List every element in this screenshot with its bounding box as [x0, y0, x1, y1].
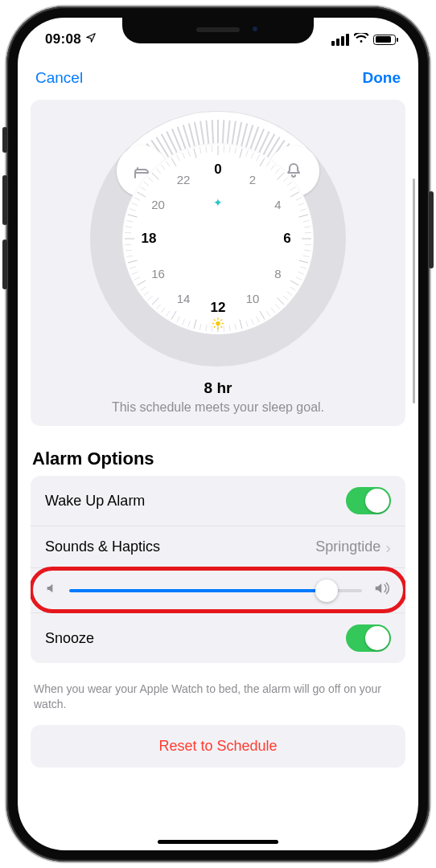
wake-up-alarm-toggle[interactable] [346, 487, 391, 514]
svg-line-65 [298, 272, 304, 274]
svg-line-44 [266, 162, 269, 167]
svg-line-110 [126, 220, 133, 222]
svg-line-81 [229, 325, 230, 331]
volume-slider[interactable] [69, 589, 362, 592]
svg-line-73 [271, 308, 275, 313]
snooze-toggle[interactable] [346, 624, 391, 652]
volume-row-wrap [31, 567, 405, 612]
nav-bar: Cancel Done [18, 56, 418, 100]
svg-line-122 [167, 162, 170, 167]
clock-hour-16: 16 [151, 267, 165, 280]
svg-line-99 [138, 280, 146, 285]
svg-line-103 [128, 260, 138, 263]
volume-row [31, 567, 405, 612]
svg-line-53 [298, 203, 304, 206]
svg-line-130 [212, 145, 212, 152]
svg-line-87 [194, 319, 196, 329]
svg-line-108 [125, 232, 131, 233]
svg-line-136 [214, 320, 215, 321]
svg-line-93 [161, 308, 165, 313]
svg-line-46 [275, 169, 279, 174]
clock-hour-4: 4 [274, 198, 281, 211]
svg-line-50 [290, 187, 296, 190]
svg-line-139 [221, 320, 222, 321]
svg-line-69 [287, 292, 292, 296]
svg-line-85 [206, 325, 207, 331]
svg-line-112 [130, 209, 136, 211]
clock-hour-6: 6 [283, 231, 290, 247]
svg-line-86 [199, 324, 201, 330]
sounds-haptics-value-text: Springtide [315, 538, 380, 555]
svg-line-113 [132, 203, 138, 206]
clock-hour-0: 0 [214, 162, 221, 178]
svg-line-61 [304, 250, 311, 251]
battery-icon [373, 35, 396, 45]
svg-line-102 [130, 267, 136, 269]
svg-line-58 [305, 232, 311, 233]
alarm-options-title: Alarm Options [32, 448, 405, 469]
svg-line-63 [298, 260, 308, 263]
cancel-button[interactable]: Cancel [35, 69, 83, 87]
svg-line-64 [300, 267, 306, 269]
duration-hint: This schedule meets your sleep goal. [42, 400, 394, 415]
sounds-haptics-value: Springtide › [315, 538, 391, 555]
svg-line-47 [278, 173, 284, 179]
svg-line-116 [141, 187, 146, 190]
svg-line-74 [266, 311, 269, 317]
svg-line-124 [177, 155, 180, 161]
svg-line-127 [194, 149, 196, 158]
svg-line-79 [240, 319, 242, 329]
alarm-options-group: Wake Up Alarm Sounds & Haptics Springtid… [31, 476, 405, 663]
status-left: 09:08 [45, 27, 97, 47]
svg-line-100 [134, 277, 140, 280]
svg-line-70 [283, 296, 288, 300]
clock-face: 0246810121416182022 ✦ [122, 143, 314, 334]
svg-line-72 [275, 304, 279, 309]
svg-line-105 [125, 250, 132, 251]
sounds-haptics-row[interactable]: Sounds & Haptics Springtide › [31, 526, 405, 567]
wake-up-alarm-label: Wake Up Alarm [45, 493, 145, 510]
svg-line-67 [290, 280, 298, 285]
footer-note: When you wear your Apple Watch to bed, t… [31, 674, 405, 725]
done-button[interactable]: Done [363, 69, 401, 87]
location-icon [85, 32, 97, 46]
sun-icon [212, 317, 224, 333]
svg-line-89 [183, 319, 185, 325]
svg-line-76 [257, 317, 260, 322]
svg-line-126 [188, 150, 191, 157]
svg-line-42 [257, 155, 260, 161]
hw-volume-up [2, 175, 7, 225]
svg-line-75 [260, 311, 265, 319]
sounds-haptics-label: Sounds & Haptics [45, 538, 160, 555]
wifi-icon [354, 33, 368, 46]
svg-line-45 [271, 165, 275, 170]
svg-line-106 [125, 244, 131, 245]
snooze-label: Snooze [45, 630, 94, 647]
home-indicator[interactable] [158, 840, 278, 844]
svg-line-77 [251, 319, 253, 325]
svg-line-125 [183, 153, 185, 158]
svg-line-137 [221, 326, 222, 327]
content-scroll[interactable]: 0246810121416182022 ✦ 8 hr This schedule… [18, 100, 418, 839]
duration-value: 8 hr [42, 379, 394, 397]
svg-line-111 [128, 215, 138, 217]
volume-thumb[interactable] [315, 579, 338, 602]
svg-line-66 [296, 277, 302, 280]
svg-line-104 [126, 256, 133, 257]
svg-line-114 [134, 198, 140, 201]
clock-hour-20: 20 [151, 198, 165, 211]
snooze-row: Snooze [31, 612, 405, 663]
svg-line-62 [303, 256, 310, 257]
svg-line-115 [138, 192, 146, 197]
svg-line-98 [141, 287, 146, 290]
svg-line-90 [177, 317, 180, 322]
svg-line-128 [199, 147, 201, 154]
clock-hour-18: 18 [142, 231, 157, 247]
status-right [331, 28, 396, 46]
sleep-schedule-card: 0246810121416182022 ✦ 8 hr This schedule… [31, 100, 405, 426]
svg-line-109 [125, 227, 132, 227]
reset-to-schedule-button[interactable]: Reset to Schedule [31, 725, 405, 768]
svg-line-54 [300, 209, 306, 211]
svg-line-117 [144, 182, 149, 186]
sleep-clock[interactable]: 0246810121416182022 ✦ [90, 111, 346, 366]
